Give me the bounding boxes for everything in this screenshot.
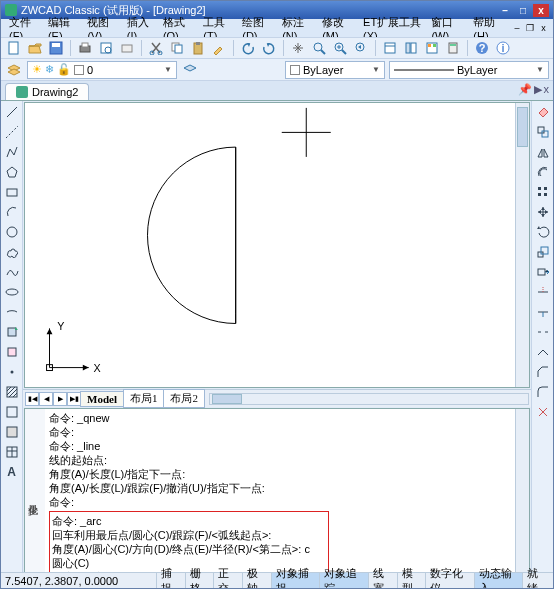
gradient-icon[interactable] [3,403,21,421]
circle-icon[interactable] [3,223,21,241]
offset-icon[interactable] [534,163,552,181]
zoom-realtime-icon[interactable] [310,39,328,57]
zoom-window-icon[interactable] [331,39,349,57]
undo-icon[interactable] [239,39,257,57]
redo-icon[interactable] [260,39,278,57]
trim-icon[interactable] [534,283,552,301]
status-osnap[interactable]: 对象捕捉 [271,573,320,588]
fillet-icon[interactable] [534,383,552,401]
zoom-previous-icon[interactable] [352,39,370,57]
mdi-restore-button[interactable]: ❐ [525,22,536,35]
layer-manager-icon[interactable] [5,61,23,79]
status-polar[interactable]: 极轴 [242,573,271,588]
tab-last-icon[interactable]: ▶▮ [67,392,81,406]
hatch-icon[interactable] [3,383,21,401]
layout2-tab[interactable]: 布局2 [163,389,205,408]
mdi-close-button[interactable]: x [538,22,549,35]
status-tablet[interactable]: 数字化仪 [425,573,474,588]
layer-previous-icon[interactable] [181,61,199,79]
doc-tab-drawing2[interactable]: Drawing2 [5,83,89,100]
draw-toolbar: A [1,101,23,572]
paste-icon[interactable] [189,39,207,57]
stretch-icon[interactable] [534,263,552,281]
tab-first-icon[interactable]: ▮◀ [25,392,39,406]
tab-nav-right-icon[interactable]: ▶ [534,83,542,96]
help-icon[interactable]: ? [473,39,491,57]
ellipse-icon[interactable] [3,283,21,301]
linetype-dropdown[interactable]: ByLayer ▼ [389,61,549,79]
calc-icon[interactable] [444,39,462,57]
model-tab[interactable]: Model [80,391,124,407]
layer-dropdown[interactable]: ☀ ❄ 🔓 0 ▼ [27,61,177,79]
design-center-icon[interactable] [402,39,420,57]
move-icon[interactable] [534,203,552,221]
chamfer-icon[interactable] [534,363,552,381]
drawing-canvas[interactable]: Y X [25,103,515,387]
mtext-icon[interactable]: A [3,463,21,481]
status-grid[interactable]: 栅格 [185,573,214,588]
layout1-tab[interactable]: 布局1 [123,389,165,408]
status-ortho[interactable]: 正交 [213,573,242,588]
construction-line-icon[interactable] [3,123,21,141]
chevron-down-icon: ▼ [164,65,172,74]
polygon-icon[interactable] [3,163,21,181]
insert-block-icon[interactable] [3,323,21,341]
svg-rect-63 [538,269,545,275]
color-dropdown[interactable]: ByLayer ▼ [285,61,385,79]
explode-icon[interactable] [534,403,552,421]
break-icon[interactable] [534,323,552,341]
print-preview-icon[interactable] [97,39,115,57]
region-icon[interactable] [3,423,21,441]
make-block-icon[interactable] [3,343,21,361]
copy-icon[interactable] [168,39,186,57]
line-icon[interactable] [3,103,21,121]
close-button[interactable]: x [533,4,549,17]
tab-prev-icon[interactable]: ◀ [39,392,53,406]
copy-obj-icon[interactable] [534,123,552,141]
doc-tab-label: Drawing2 [32,86,78,98]
properties-toolbar: ☀ ❄ 🔓 0 ▼ ByLayer ▼ ByLayer ▼ [1,59,553,81]
array-icon[interactable] [534,183,552,201]
matchprop-icon[interactable] [210,39,228,57]
properties-icon[interactable] [381,39,399,57]
status-model[interactable]: 模型 [397,573,426,588]
pan-icon[interactable] [289,39,307,57]
spline-icon[interactable] [3,263,21,281]
tab-next-icon[interactable]: ▶ [53,392,67,406]
info-icon[interactable]: i [494,39,512,57]
status-otrack[interactable]: 对象追踪 [319,573,368,588]
tab-close-icon[interactable]: x [544,83,550,96]
status-snap[interactable]: 捕捉 [156,573,185,588]
ellipse-arc-icon[interactable] [3,303,21,321]
extend-icon[interactable] [534,303,552,321]
linetype-preview-icon [394,67,454,73]
point-icon[interactable] [3,363,21,381]
join-icon[interactable] [534,343,552,361]
new-icon[interactable] [5,39,23,57]
command-history[interactable]: 命令: _qnew 命令: 命令: _line 线的起始点: 角度(A)/长度(… [45,409,515,582]
polyline-icon[interactable] [3,143,21,161]
print-icon[interactable] [76,39,94,57]
publish-icon[interactable] [118,39,136,57]
rotate-icon[interactable] [534,223,552,241]
revcloud-icon[interactable] [3,243,21,261]
table-icon[interactable] [3,443,21,461]
erase-icon[interactable] [534,103,552,121]
status-dyn[interactable]: 动态输入 [474,573,523,588]
cmd-scrollbar[interactable] [515,409,529,582]
horizontal-scrollbar[interactable] [209,393,529,405]
scale-icon[interactable] [534,243,552,261]
tool-palettes-icon[interactable] [423,39,441,57]
vertical-scrollbar[interactable] [515,103,529,387]
tab-pin-icon[interactable]: 📌 [518,83,532,96]
rectangle-icon[interactable] [3,183,21,201]
status-lwt[interactable]: 线宽 [368,573,397,588]
coordinate-display[interactable]: 7.5407, 2.3807, 0.0000 [3,575,156,587]
mirror-icon[interactable] [534,143,552,161]
cut-icon[interactable] [147,39,165,57]
arc-icon[interactable] [3,203,21,221]
open-icon[interactable] [26,39,44,57]
maximize-button[interactable]: □ [515,4,531,17]
mdi-minimize-button[interactable]: – [511,22,522,35]
save-icon[interactable] [47,39,65,57]
